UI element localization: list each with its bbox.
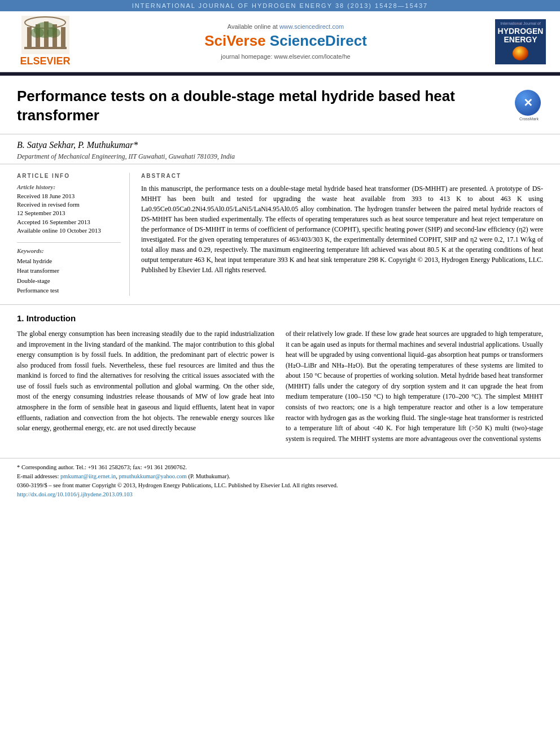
elsevier-brand-text: ELSEVIER <box>20 55 70 67</box>
svg-point-9 <box>30 28 44 38</box>
revised-date: 12 September 2013 <box>17 209 121 217</box>
doi-footnote: http://dx.doi.org/10.1016/j.ijhydene.201… <box>17 490 543 499</box>
history-label: Article history: <box>17 184 121 190</box>
keyword-2: Heat transformer <box>17 266 121 276</box>
keyword-4: Performance test <box>17 286 121 296</box>
abstract-column: ABSTRACT In this manuscript, the perform… <box>141 173 543 296</box>
header-middle: Available online at www.sciencedirect.co… <box>79 23 492 60</box>
emails-label: E-mail addresses: <box>17 473 59 479</box>
crossmark-label: CrossMark <box>515 117 543 121</box>
intro-body: The global energy consumption has been i… <box>17 329 543 444</box>
doi-link[interactable]: http://dx.doi.org/10.1016/j.ijhydene.201… <box>17 491 133 497</box>
intro-number: 1. <box>17 313 27 323</box>
email1-link[interactable]: pmkumar@iitg.ernet.in <box>60 473 116 479</box>
revised-label: Received in revised form <box>17 200 121 209</box>
article-title: Performance tests on a double-stage meta… <box>17 87 504 125</box>
sciencedirect-link[interactable]: www.sciencedirect.com <box>279 23 344 30</box>
issn-footnote: 0360-3199/$ – see front matter Copyright… <box>17 481 543 490</box>
history-group: Article history: Received 18 June 2013 R… <box>17 184 121 235</box>
article-footer: * Corresponding author. Tel.: +91 361 25… <box>0 458 560 503</box>
intro-right-text: of their relatively low grade. If these … <box>286 329 543 444</box>
article-info-label: ARTICLE INFO <box>17 173 121 179</box>
journal-header: INTERNATIONAL JOURNAL OF HYDROGEN ENERGY… <box>0 0 560 76</box>
journal-top-bar-text: INTERNATIONAL JOURNAL OF HYDROGEN ENERGY… <box>132 2 428 9</box>
authors-section: B. Satya Sekhar, P. Muthukumar* Departme… <box>0 134 560 164</box>
elsevier-tree-icon <box>21 16 69 54</box>
svg-point-10 <box>47 28 60 38</box>
keyword-1: Metal hydride <box>17 256 121 267</box>
email2-link[interactable]: pmuthukkumar@yahoo.com <box>119 473 187 479</box>
accepted-text: Accepted 16 September 2013 <box>17 218 121 226</box>
intro-title: Introduction <box>27 313 76 323</box>
keywords-section: Keywords: Metal hydride Heat transformer… <box>17 247 121 296</box>
corresponding-author-note: * Corresponding author. Tel.: +91 361 25… <box>17 463 543 472</box>
svg-rect-1 <box>27 27 32 47</box>
hydrogen-intl-text: International Journal of <box>500 21 540 26</box>
corresponding-text: * Corresponding author. Tel.: +91 361 25… <box>17 464 187 470</box>
abstract-label: ABSTRACT <box>141 173 543 179</box>
elsevier-logo: ELSEVIER <box>11 16 79 67</box>
body-content: 1. Introduction The global energy consum… <box>0 305 560 453</box>
article-info-column: ARTICLE INFO Article history: Received 1… <box>17 173 130 296</box>
hydrogen-circle-icon <box>513 46 528 60</box>
crossmark-badge: ✕ CrossMark <box>515 90 543 121</box>
email-footnote: E-mail addresses: pmkumar@iitg.ernet.in,… <box>17 472 543 481</box>
intro-section-title: 1. Introduction <box>17 313 543 323</box>
article-authors: B. Satya Sekhar, P. Muthukumar* <box>17 140 543 150</box>
online-text: Available online 10 October 2013 <box>17 226 121 235</box>
hydrogen-title-text: HYDROGENENERGY <box>498 27 544 45</box>
intro-section: 1. Introduction The global energy consum… <box>17 313 543 444</box>
hydrogen-energy-logo: International Journal of HYDROGENENERGY <box>492 19 549 64</box>
svg-rect-5 <box>61 27 65 47</box>
sciverse-logo: SciVerse ScienceDirect <box>90 32 481 50</box>
divider <box>17 242 121 243</box>
author-affiliation: Department of Mechanical Engineering, II… <box>17 152 543 161</box>
intro-left-text: The global energy consumption has been i… <box>17 329 274 444</box>
received1-text: Received 18 June 2013 <box>17 192 121 200</box>
crossmark-icon: ✕ <box>515 90 541 116</box>
svg-rect-7 <box>24 47 67 49</box>
email-suffix: (P. Muthukumar). <box>188 473 230 479</box>
abstract-text: In this manuscript, the performance test… <box>141 184 543 275</box>
available-online-text: Available online at www.sciencedirect.co… <box>90 23 481 30</box>
article-title-container: Performance tests on a double-stage meta… <box>17 87 504 125</box>
article-info-abstract: ARTICLE INFO Article history: Received 1… <box>0 164 560 305</box>
article-title-section: Performance tests on a double-stage meta… <box>0 76 560 134</box>
header-content: ELSEVIER Available online at www.science… <box>0 11 560 72</box>
journal-top-bar: INTERNATIONAL JOURNAL OF HYDROGEN ENERGY… <box>0 0 560 11</box>
keywords-label: Keywords: <box>17 247 121 254</box>
journal-homepage-text: journal homepage: www.elsevier.com/locat… <box>90 53 481 60</box>
keyword-3: Double-stage <box>17 276 121 286</box>
